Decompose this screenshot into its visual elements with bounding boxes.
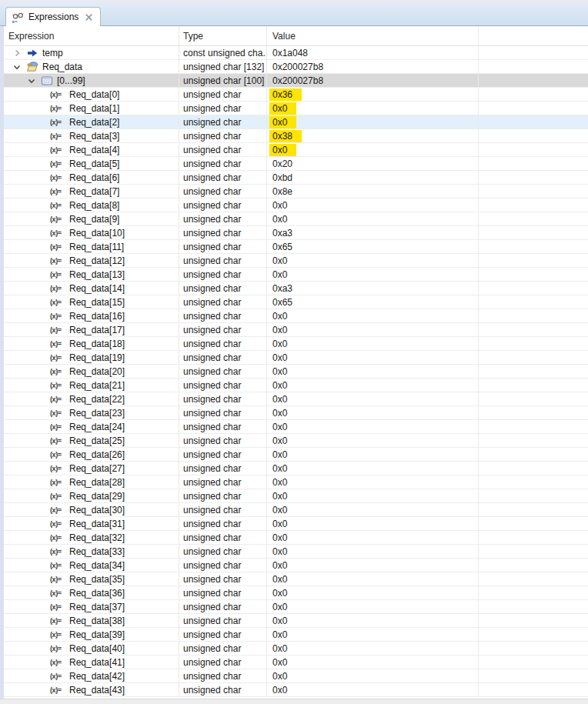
expression-label: Req_data[14] <box>69 283 125 294</box>
extra-cell <box>479 323 588 336</box>
column-header-expression[interactable]: Expression <box>4 26 179 45</box>
expression-cell: (x)= Req_data[13] <box>4 268 179 281</box>
expression-label: Req_data[41] <box>69 657 125 668</box>
expression-cell: (x)= Req_data[32] <box>4 531 179 544</box>
type-cell: unsigned char <box>179 462 267 475</box>
tree-row-req-data-0[interactable]: (x)= Req_data[0] unsigned char 0x36 <box>4 88 588 102</box>
tree-row-req-data-16[interactable]: (x)= Req_data[16] unsigned char 0x0 <box>4 309 588 323</box>
expression-label: Req_data[19] <box>69 352 125 363</box>
tree-row-req-data-30[interactable]: (x)= Req_data[30] unsigned char 0x0 <box>4 503 588 517</box>
type-cell: unsigned char <box>179 185 267 198</box>
tab-expressions[interactable]: x= Expressions <box>5 7 101 26</box>
tree-row-req-data[interactable]: Req_data unsigned char [132] 0x200027b8 <box>4 60 588 74</box>
tree-row-req-data-24[interactable]: (x)= Req_data[24] unsigned char 0x0 <box>4 420 588 434</box>
tree-row-req-data-7[interactable]: (x)= Req_data[7] unsigned char 0x8e <box>4 185 588 199</box>
type-cell: unsigned char <box>179 226 267 239</box>
tree-row-req-data-22[interactable]: (x)= Req_data[22] unsigned char 0x0 <box>4 392 588 406</box>
tree-row-req-data-5[interactable]: (x)= Req_data[5] unsigned char 0x20 <box>4 157 588 171</box>
tree-row-req-data-3[interactable]: (x)= Req_data[3] unsigned char 0x38 <box>4 129 588 143</box>
chevron-down-icon[interactable] <box>10 62 24 72</box>
column-header-extra[interactable] <box>479 26 588 45</box>
variable-xequals-icon: (x)= <box>50 576 68 583</box>
tree-row-req-data-4[interactable]: (x)= Req_data[4] unsigned char 0x0 <box>4 143 588 157</box>
tree-row-0-99[interactable]: [0...99] unsigned char [100] 0x200027b8 <box>4 74 588 88</box>
tree-row-req-data-12[interactable]: (x)= Req_data[12] unsigned char 0x0 <box>4 254 588 268</box>
horizontal-scrollbar[interactable] <box>0 699 588 704</box>
tree-row-temp[interactable]: temp const unsigned cha... 0x1a048 <box>4 46 588 60</box>
extra-cell <box>479 129 588 142</box>
expression-label: Req_data[22] <box>69 394 125 405</box>
value-cell: 0x38 <box>267 129 479 142</box>
tree-row-req-data-29[interactable]: (x)= Req_data[29] unsigned char 0x0 <box>4 489 588 503</box>
variable-xequals-icon: (x)= <box>50 465 68 472</box>
tree-row-req-data-15[interactable]: (x)= Req_data[15] unsigned char 0x65 <box>4 295 588 309</box>
expression-cell: (x)= Req_data[28] <box>4 475 179 489</box>
tree-row-req-data-31[interactable]: (x)= Req_data[31] unsigned char 0x0 <box>4 517 588 531</box>
value-cell: 0x0 <box>267 531 479 544</box>
chevron-right-icon[interactable] <box>10 48 24 58</box>
variable-xequals-icon: (x)= <box>50 312 68 320</box>
extra-cell <box>479 406 588 419</box>
column-header-row: Expression Type Value <box>4 26 588 46</box>
tree-row-req-data-13[interactable]: (x)= Req_data[13] unsigned char 0x0 <box>4 268 588 282</box>
expression-cell: (x)= Req_data[8] <box>4 199 179 212</box>
value-cell: 0x0 <box>267 351 479 364</box>
tree-row-req-data-6[interactable]: (x)= Req_data[6] unsigned char 0xbd <box>4 171 588 185</box>
variable-xequals-icon: (x)= <box>50 105 68 112</box>
tree-row-req-data-38[interactable]: (x)= Req_data[38] unsigned char 0x0 <box>4 614 588 628</box>
tree-row-req-data-27[interactable]: (x)= Req_data[27] unsigned char 0x0 <box>4 462 588 475</box>
tab-close-icon[interactable] <box>83 12 94 22</box>
tree-row-req-data-23[interactable]: (x)= Req_data[23] unsigned char 0x0 <box>4 406 588 420</box>
type-cell: unsigned char <box>179 323 267 336</box>
variable-xequals-icon: (x)= <box>50 479 68 486</box>
expression-cell: (x)= Req_data[6] <box>4 171 179 184</box>
type-cell: unsigned char <box>179 600 267 613</box>
tree-row-req-data-19[interactable]: (x)= Req_data[19] unsigned char 0x0 <box>4 351 588 365</box>
tree-row-req-data-18[interactable]: (x)= Req_data[18] unsigned char 0x0 <box>4 337 588 351</box>
chevron-down-icon[interactable] <box>25 76 38 85</box>
tree-row-req-data-21[interactable]: (x)= Req_data[21] unsigned char 0x0 <box>4 379 588 392</box>
tree-row-req-data-8[interactable]: (x)= Req_data[8] unsigned char 0x0 <box>4 199 588 212</box>
type-cell: unsigned char <box>179 254 267 267</box>
type-cell: unsigned char <box>179 102 267 115</box>
expression-cell: (x)= Req_data[18] <box>4 337 179 350</box>
tree-row-req-data-11[interactable]: (x)= Req_data[11] unsigned char 0x65 <box>4 240 588 254</box>
tree-row-req-data-39[interactable]: (x)= Req_data[39] unsigned char 0x0 <box>4 628 588 642</box>
tree-row-req-data-35[interactable]: (x)= Req_data[35] unsigned char 0x0 <box>4 572 588 586</box>
variable-xequals-icon: (x)= <box>50 423 68 431</box>
value-cell: 0x8e <box>267 185 479 198</box>
expression-cell: (x)= Req_data[2] <box>4 115 179 128</box>
variable-xequals-icon: (x)= <box>50 271 68 279</box>
tree-row-req-data-2[interactable]: (x)= Req_data[2] unsigned char 0x0 <box>4 115 588 129</box>
variable-xequals-icon: (x)= <box>50 672 68 680</box>
type-cell: unsigned char <box>179 309 267 322</box>
type-cell: unsigned char <box>179 614 267 627</box>
tree-row-req-data-1[interactable]: (x)= Req_data[1] unsigned char 0x0 <box>4 102 588 115</box>
expression-cell: (x)= Req_data[37] <box>4 600 179 613</box>
tree-row-req-data-33[interactable]: (x)= Req_data[33] unsigned char 0x0 <box>4 545 588 559</box>
column-header-type[interactable]: Type <box>179 26 267 45</box>
tree-row-req-data-17[interactable]: (x)= Req_data[17] unsigned char 0x0 <box>4 323 588 337</box>
extra-cell <box>479 434 588 447</box>
expression-cell: (x)= Req_data[16] <box>4 309 179 322</box>
tree-row-req-data-26[interactable]: (x)= Req_data[26] unsigned char 0x0 <box>4 448 588 462</box>
value-cell: 0x0 <box>267 323 479 336</box>
variable-xequals-icon: (x)= <box>50 174 68 182</box>
tree-row-req-data-14[interactable]: (x)= Req_data[14] unsigned char 0xa3 <box>4 282 588 295</box>
tree-row-req-data-43[interactable]: (x)= Req_data[43] unsigned char 0x0 <box>4 683 588 697</box>
tree-row-req-data-40[interactable]: (x)= Req_data[40] unsigned char 0x0 <box>4 642 588 656</box>
tree-row-req-data-41[interactable]: (x)= Req_data[41] unsigned char 0x0 <box>4 656 588 669</box>
tree-row-req-data-36[interactable]: (x)= Req_data[36] unsigned char 0x0 <box>4 586 588 600</box>
tree-row-req-data-9[interactable]: (x)= Req_data[9] unsigned char 0x0 <box>4 212 588 226</box>
tree-row-req-data-34[interactable]: (x)= Req_data[34] unsigned char 0x0 <box>4 559 588 572</box>
tree-row-req-data-37[interactable]: (x)= Req_data[37] unsigned char 0x0 <box>4 600 588 614</box>
tree-row-req-data-25[interactable]: (x)= Req_data[25] unsigned char 0x0 <box>4 434 588 448</box>
column-header-value[interactable]: Value <box>267 26 479 45</box>
tree-row-req-data-20[interactable]: (x)= Req_data[20] unsigned char 0x0 <box>4 365 588 379</box>
variable-xequals-icon: (x)= <box>50 506 68 514</box>
tree-row-req-data-10[interactable]: (x)= Req_data[10] unsigned char 0xa3 <box>4 226 588 240</box>
tree-row-req-data-28[interactable]: (x)= Req_data[28] unsigned char 0x0 <box>4 475 588 489</box>
tree-row-req-data-32[interactable]: (x)= Req_data[32] unsigned char 0x0 <box>4 531 588 545</box>
tree-row-req-data-42[interactable]: (x)= Req_data[42] unsigned char 0x0 <box>4 669 588 683</box>
type-cell: unsigned char [100] <box>179 74 267 87</box>
